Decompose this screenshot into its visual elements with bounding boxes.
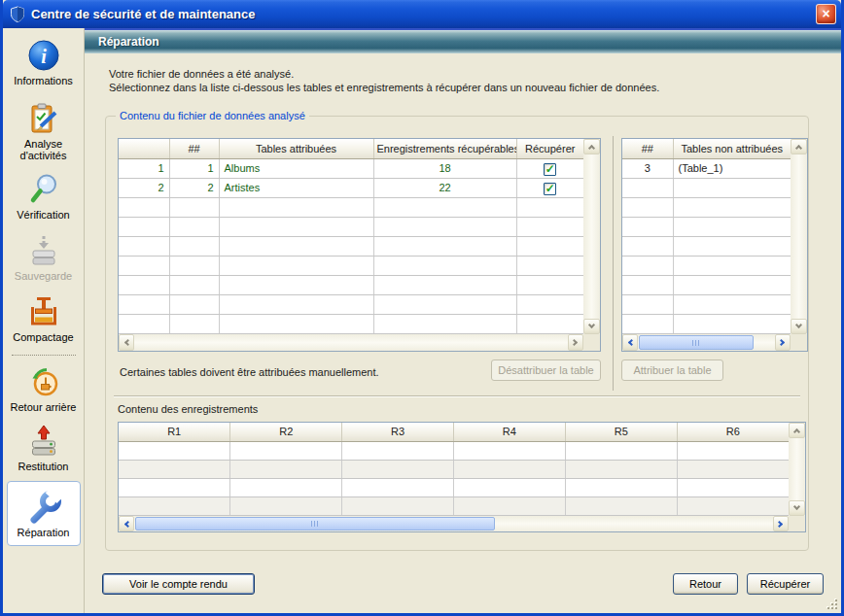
empty-cell[interactable]	[119, 478, 230, 496]
recover-cell[interactable]: ✓	[516, 178, 583, 197]
table-name-cell[interactable]: Artistes	[219, 178, 373, 197]
empty-cell[interactable]	[677, 460, 789, 478]
empty-cell[interactable]	[622, 275, 673, 294]
scroll-track[interactable]	[134, 334, 568, 351]
empty-cell[interactable]	[673, 256, 791, 275]
sidebar-item-reparation[interactable]: Réparation	[7, 481, 81, 546]
scroll-track[interactable]	[789, 438, 805, 500]
scroll-down-button[interactable]	[791, 319, 807, 334]
empty-cell[interactable]	[219, 256, 373, 275]
empty-cell[interactable]	[119, 256, 169, 275]
vertical-scrollbar[interactable]	[789, 423, 805, 516]
empty-cell[interactable]	[453, 441, 565, 460]
row-number-cell[interactable]: 1	[119, 158, 169, 178]
empty-cell[interactable]	[565, 460, 677, 478]
scroll-left-button[interactable]	[622, 334, 638, 351]
horizontal-scrollbar[interactable]	[622, 334, 791, 351]
empty-cell[interactable]	[622, 294, 673, 314]
empty-cell[interactable]	[373, 217, 516, 236]
scroll-left-button[interactable]	[119, 516, 134, 531]
vertical-scrollbar[interactable]	[791, 139, 807, 334]
table-id-cell[interactable]: 3	[622, 158, 673, 178]
scroll-right-button[interactable]	[773, 516, 789, 531]
empty-cell[interactable]	[119, 236, 169, 256]
scroll-track[interactable]	[583, 154, 600, 319]
empty-cell[interactable]	[342, 478, 454, 496]
empty-cell[interactable]	[622, 256, 673, 275]
sidebar-item-retour-arriere[interactable]: Retour arrière	[6, 364, 82, 413]
scroll-up-button[interactable]	[583, 139, 600, 154]
sidebar-item-compactage[interactable]: Compactage	[6, 294, 82, 343]
horizontal-scrollbar[interactable]	[119, 516, 789, 531]
empty-cell[interactable]	[673, 275, 791, 294]
empty-cell[interactable]	[565, 478, 677, 496]
unassign-table-button[interactable]: Désattribuer la table	[491, 359, 601, 381]
empty-cell[interactable]	[516, 236, 583, 256]
empty-cell[interactable]	[119, 460, 230, 478]
empty-cell[interactable]	[677, 441, 789, 460]
table-name-cell[interactable]: Albums	[219, 158, 373, 178]
table-row[interactable]: 3(Table_1)	[622, 158, 791, 178]
empty-cell[interactable]	[219, 314, 373, 333]
sidebar-item-analyse[interactable]: Analyse d'activités	[6, 101, 82, 161]
empty-cell[interactable]	[219, 217, 373, 236]
empty-cell[interactable]	[673, 294, 791, 314]
recover-checkbox[interactable]: ✓	[544, 163, 556, 176]
empty-cell[interactable]	[622, 314, 673, 333]
horizontal-scrollbar[interactable]	[119, 334, 583, 351]
empty-cell[interactable]	[169, 294, 219, 314]
empty-cell[interactable]	[169, 236, 219, 256]
empty-cell[interactable]	[373, 197, 516, 217]
empty-cell[interactable]	[673, 314, 791, 333]
empty-cell[interactable]	[169, 275, 219, 294]
sidebar-item-informations[interactable]: i Informations	[6, 38, 82, 86]
sidebar-item-verification[interactable]: Vérification	[6, 172, 82, 221]
scroll-right-button[interactable]	[775, 334, 791, 351]
scroll-thumb[interactable]	[639, 335, 754, 350]
empty-cell[interactable]	[119, 197, 169, 217]
empty-cell[interactable]	[219, 236, 373, 256]
empty-cell[interactable]	[516, 314, 583, 333]
empty-cell[interactable]	[342, 496, 454, 515]
empty-cell[interactable]	[453, 496, 565, 515]
empty-cell[interactable]	[119, 217, 169, 236]
empty-cell[interactable]	[219, 197, 373, 217]
records-count-cell[interactable]: 18	[373, 158, 516, 178]
empty-cell[interactable]	[677, 478, 789, 496]
empty-cell[interactable]	[119, 441, 230, 460]
close-button[interactable]: ×	[816, 4, 836, 24]
recover-cell[interactable]: ✓	[516, 158, 583, 178]
empty-cell[interactable]	[230, 496, 342, 515]
scroll-track[interactable]	[638, 334, 775, 351]
empty-cell[interactable]	[516, 256, 583, 275]
empty-cell[interactable]	[342, 441, 454, 460]
empty-cell[interactable]	[622, 197, 673, 217]
empty-cell[interactable]	[565, 441, 677, 460]
empty-cell[interactable]	[342, 460, 454, 478]
empty-cell[interactable]	[169, 314, 219, 333]
table-id-cell[interactable]: 1	[169, 158, 219, 178]
empty-cell[interactable]	[219, 294, 373, 314]
table-row[interactable]: 22Artistes22✓	[119, 178, 583, 197]
assign-table-button[interactable]: Attribuer la table	[621, 359, 723, 381]
empty-cell[interactable]	[677, 496, 789, 515]
view-report-button[interactable]: Voir le compte rendu	[102, 573, 255, 595]
scroll-up-button[interactable]	[791, 139, 807, 154]
table-row[interactable]: 11Albums18✓	[119, 158, 583, 178]
empty-cell[interactable]	[516, 197, 583, 217]
empty-cell[interactable]	[119, 496, 230, 515]
sidebar-item-restitution[interactable]: Restitution	[6, 424, 82, 472]
resize-grip[interactable]	[825, 597, 837, 609]
empty-cell[interactable]	[169, 197, 219, 217]
empty-cell[interactable]	[169, 217, 219, 236]
empty-cell[interactable]	[622, 236, 673, 256]
title-bar[interactable]: Centre de sécurité et de maintenance ×	[3, 0, 841, 28]
empty-cell[interactable]	[230, 460, 342, 478]
back-button[interactable]: Retour	[673, 573, 738, 595]
empty-cell[interactable]	[516, 294, 583, 314]
empty-cell[interactable]	[119, 314, 169, 333]
recover-checkbox[interactable]: ✓	[544, 183, 556, 195]
vertical-scrollbar[interactable]	[583, 139, 600, 334]
empty-cell[interactable]	[622, 217, 673, 236]
empty-cell[interactable]	[516, 275, 583, 294]
